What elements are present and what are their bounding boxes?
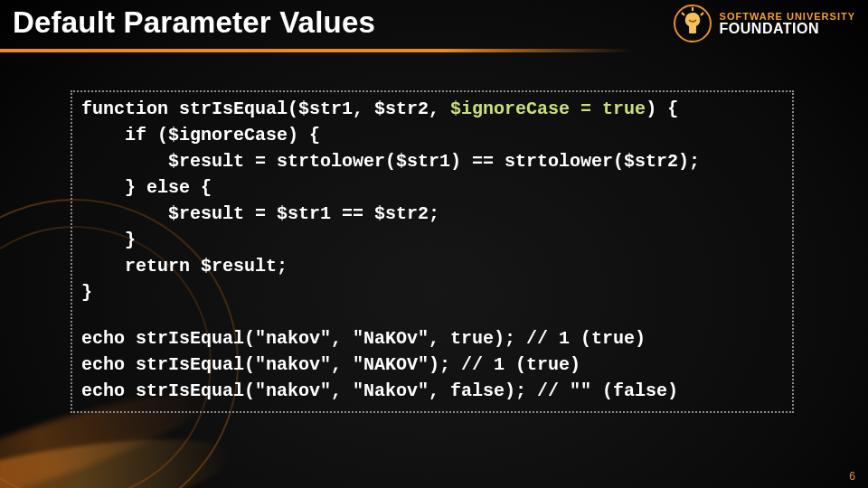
svg-line-4 xyxy=(701,13,703,15)
code-l8: } xyxy=(81,282,92,303)
logo-line2: FOUNDATION xyxy=(720,22,855,36)
code-l3: $result = strtolower($str1) == strtolowe… xyxy=(81,151,700,172)
code-l5: $result = $str1 == $str2; xyxy=(81,203,439,224)
code-block: function strIsEqual($str1, $str2, $ignor… xyxy=(71,90,794,413)
code-l2: if ($ignoreCase) { xyxy=(81,125,320,145)
svg-line-3 xyxy=(682,13,684,15)
slide: Default Parameter Values SOFTWARE UNIVER… xyxy=(0,0,868,488)
code-l6: } xyxy=(81,230,136,250)
code-l1c: ) { xyxy=(646,99,678,119)
logo-line1: SOFTWARE UNIVERSITY xyxy=(720,12,855,22)
brand-logo: SOFTWARE UNIVERSITY FOUNDATION xyxy=(673,4,855,43)
svg-rect-1 xyxy=(689,30,696,33)
title-underline xyxy=(0,49,633,52)
slide-title: Default Parameter Values xyxy=(13,5,375,40)
code-l7: return $result; xyxy=(81,256,288,277)
code-e1: echo strIsEqual("nakov", "NaKOv", true);… xyxy=(81,328,646,349)
code-l4: } else { xyxy=(81,177,212,198)
slide-number: 6 xyxy=(849,470,855,483)
code-e2: echo strIsEqual("nakov", "NAKOV"); // 1 … xyxy=(81,354,580,375)
code-content: function strIsEqual($str1, $str2, $ignor… xyxy=(81,96,783,404)
code-l1a: function strIsEqual($str1, $str2, xyxy=(81,99,450,119)
code-l1-highlight: $ignoreCase = true xyxy=(450,99,646,119)
lightbulb-icon xyxy=(673,4,712,43)
code-e3: echo strIsEqual("nakov", "Nakov", false)… xyxy=(81,380,678,401)
